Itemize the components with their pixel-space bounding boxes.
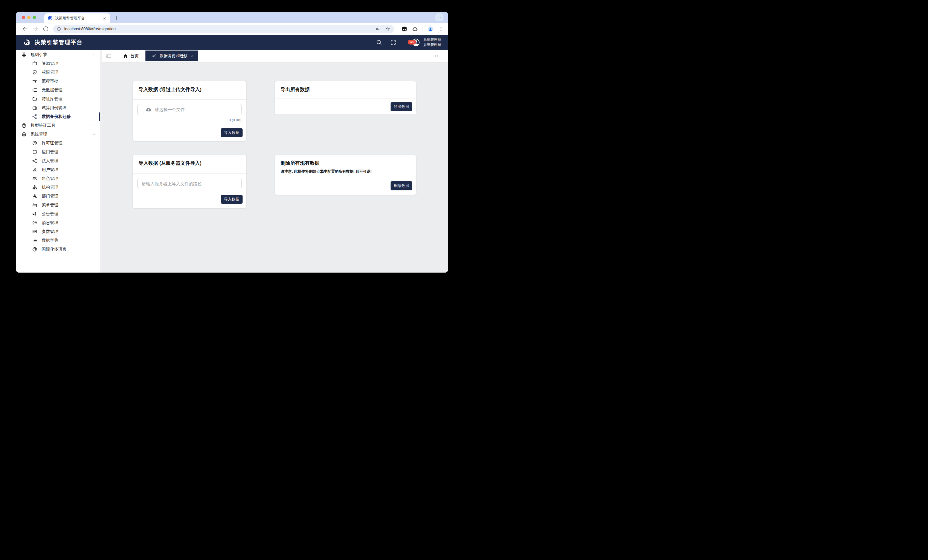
tab-close-icon[interactable] bbox=[102, 16, 107, 21]
address-bar[interactable]: localhost:8080/#/re/migration bbox=[53, 25, 394, 33]
app-dot-icon bbox=[32, 149, 37, 155]
globe-icon bbox=[32, 247, 37, 252]
sidebar-item[interactable]: 数据字典 bbox=[16, 236, 102, 245]
sidebar-item[interactable]: 权限管理 bbox=[16, 68, 102, 77]
sidebar-group-label: 规则引擎 bbox=[31, 52, 47, 57]
password-key-icon[interactable] bbox=[375, 26, 380, 32]
sidebar-group-1[interactable]: 模型验证工具 bbox=[16, 121, 102, 130]
card-title: 导出所有数据 bbox=[281, 86, 410, 93]
back-icon[interactable] bbox=[22, 25, 29, 32]
favicon-swirl-logo-icon bbox=[48, 16, 53, 21]
fullscreen-icon[interactable] bbox=[390, 39, 397, 46]
sidebar-item-label: 机构管理 bbox=[42, 185, 58, 190]
delete-data-button[interactable]: 删除数据 bbox=[391, 181, 412, 190]
close-window-button[interactable] bbox=[22, 16, 25, 19]
search-icon[interactable] bbox=[376, 39, 382, 46]
url-text: localhost:8080/#/re/migration bbox=[64, 27, 371, 31]
site-info-icon[interactable] bbox=[56, 27, 61, 31]
svg-text:3: 3 bbox=[32, 90, 34, 92]
page-content: 导入数据 (通过上传文件导入) 请选择一个文件 0 (0.0B) 导入数据 导出… bbox=[102, 62, 448, 272]
bookmark-star-icon[interactable] bbox=[385, 26, 391, 32]
extension-dark-icon[interactable] bbox=[401, 26, 408, 32]
import-data-button[interactable]: 导入数据 bbox=[221, 128, 243, 137]
sidebar-item-label: 资源管理 bbox=[42, 61, 58, 66]
profile-avatar-icon[interactable] bbox=[427, 26, 433, 32]
sidebar-scrollbar[interactable] bbox=[100, 50, 102, 272]
user-icon bbox=[32, 167, 37, 172]
sidebar-item[interactable]: 部门管理 bbox=[16, 192, 102, 201]
extensions-puzzle-icon[interactable] bbox=[412, 26, 418, 32]
megaphone-icon bbox=[32, 211, 37, 217]
app-title: 决策引擎管理平台 bbox=[35, 38, 82, 46]
sidebar-item-label: 参数管理 bbox=[42, 229, 58, 234]
minimize-window-button[interactable] bbox=[27, 16, 31, 19]
sidebar-item[interactable]: 公告管理 bbox=[16, 210, 102, 218]
card-divider bbox=[133, 173, 246, 173]
sidebar-item[interactable]: 资源管理 bbox=[16, 59, 102, 68]
sidebar-item-label: 权限管理 bbox=[42, 70, 58, 75]
browser-tab[interactable]: 决策引擎管理平台 bbox=[44, 14, 110, 23]
page-tabs-bar: 首页 数据备份和迁移 bbox=[102, 50, 448, 62]
sidebar-item[interactable]: 角色管理 bbox=[16, 174, 102, 183]
chevron-down-icon bbox=[92, 123, 96, 128]
sidebar-item[interactable]: 应用管理 bbox=[16, 148, 102, 157]
sidebar-item-label: 消息管理 bbox=[42, 220, 58, 225]
home-label: 首页 bbox=[130, 53, 139, 59]
forward-icon[interactable] bbox=[32, 25, 39, 32]
chevron-up-icon bbox=[92, 132, 96, 137]
share-icon bbox=[152, 54, 157, 58]
sidebar-item-label: 许可证管理 bbox=[42, 140, 63, 146]
collapse-sidebar-icon[interactable] bbox=[105, 53, 112, 59]
sidebar-item[interactable]: 消息管理 bbox=[16, 218, 102, 227]
export-data-button[interactable]: 导出数据 bbox=[391, 102, 412, 111]
browser-toolbar: localhost:8080/#/re/migration bbox=[16, 23, 448, 35]
server-path-input[interactable] bbox=[137, 178, 242, 189]
zoom-window-button[interactable] bbox=[32, 16, 36, 19]
tab-search-chevron-icon[interactable] bbox=[435, 14, 443, 21]
file-size-info: 0 (0.0B) bbox=[229, 118, 241, 122]
sidebar-item[interactable]: 机构管理 bbox=[16, 183, 102, 192]
card-import-upload: 导入数据 (通过上传文件导入) 请选择一个文件 0 (0.0B) 导入数据 bbox=[133, 81, 247, 141]
card-divider bbox=[275, 98, 416, 99]
sidebar-group-0[interactable]: 规则引擎 bbox=[16, 50, 102, 59]
sidebar-item[interactable]: 数据备份和迁移 bbox=[16, 112, 102, 121]
sidebar-item[interactable]: 试算用例管理 bbox=[16, 103, 102, 112]
tab-home[interactable]: 首页 bbox=[121, 53, 139, 59]
sidebar-item-label: 元数据管理 bbox=[42, 87, 63, 93]
sidebar-item[interactable]: 123元数据管理 bbox=[16, 86, 102, 94]
briefcase-icon bbox=[32, 105, 37, 111]
sidebar-item-label: 菜单管理 bbox=[42, 202, 58, 208]
sidebar-item[interactable]: 用户管理 bbox=[16, 165, 102, 174]
reload-icon[interactable] bbox=[42, 25, 49, 32]
card-title: 导入数据 (通过上传文件导入) bbox=[139, 86, 241, 93]
tabs-more-kebab-icon[interactable] bbox=[433, 53, 438, 59]
sliders-icon bbox=[32, 79, 37, 84]
sidebar: 规则引擎资源管理权限管理流程审批123元数据管理特征库管理试算用例管理数据备份和… bbox=[16, 50, 102, 272]
tab-data-migration[interactable]: 数据备份和迁移 bbox=[145, 50, 198, 61]
import-data-button[interactable]: 导入数据 bbox=[221, 195, 243, 204]
param-card-icon bbox=[32, 229, 37, 234]
sidebar-item[interactable]: 特征库管理 bbox=[16, 94, 102, 103]
sidebar-item[interactable]: 流程审批 bbox=[16, 77, 102, 86]
sidebar-group-2[interactable]: 系统管理 bbox=[16, 130, 102, 139]
card-delete-all: 删除所有现有数据 请注意: 此操作将删除引擎中配置的所有数据, 且不可逆! 删除… bbox=[275, 155, 416, 195]
home-icon bbox=[123, 53, 128, 58]
sidebar-item[interactable]: 参数管理 bbox=[16, 227, 102, 236]
file-select-field[interactable]: 请选择一个文件 bbox=[137, 104, 242, 115]
new-tab-button[interactable] bbox=[113, 15, 119, 21]
numbered-list-icon: 123 bbox=[32, 87, 37, 93]
user-role: 系统管理员 bbox=[423, 42, 441, 47]
cluster-icon bbox=[21, 52, 27, 58]
sidebar-item-label: 部门管理 bbox=[42, 193, 58, 199]
delete-warning-text: 请注意: 此操作将删除引擎中配置的所有数据, 且不可逆! bbox=[281, 169, 410, 174]
sidebar-item[interactable]: 国际化多语言 bbox=[16, 245, 102, 254]
tab-close-icon[interactable] bbox=[191, 54, 194, 58]
browser-menu-kebab-icon[interactable] bbox=[438, 26, 444, 32]
shield-check-icon bbox=[32, 70, 37, 75]
sidebar-item[interactable]: 菜单管理 bbox=[16, 201, 102, 210]
sidebar-item[interactable]: 许可证管理 bbox=[16, 139, 102, 148]
file-select-placeholder: 请选择一个文件 bbox=[155, 107, 185, 113]
sidebar-item-label: 角色管理 bbox=[42, 176, 58, 181]
sidebar-item[interactable]: 法人管理 bbox=[16, 157, 102, 165]
user-info[interactable]: 系统管理员 系统管理员 bbox=[423, 37, 441, 47]
